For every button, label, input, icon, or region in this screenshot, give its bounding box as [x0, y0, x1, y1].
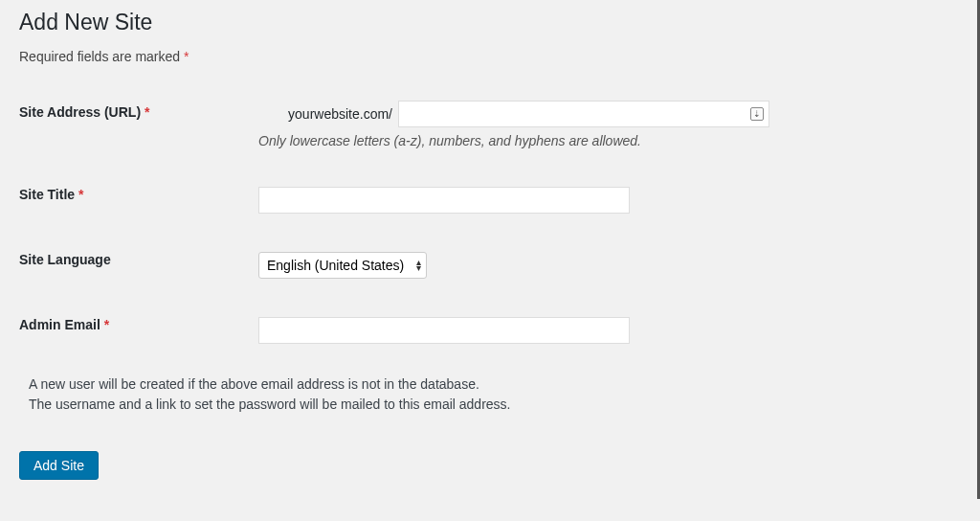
- site-address-row: Site Address (URL) * yourwebsite.com/ ⇣ …: [19, 89, 961, 160]
- required-fields-note: Required fields are marked *: [19, 49, 961, 64]
- site-title-input[interactable]: [258, 187, 630, 214]
- form-table: Site Address (URL) * yourwebsite.com/ ⇣ …: [19, 89, 961, 355]
- autofill-icon: ⇣: [750, 107, 764, 121]
- admin-email-row: Admin Email *: [19, 290, 961, 355]
- domain-prefix: yourwebsite.com/: [258, 106, 392, 122]
- page-title: Add New Site: [19, 10, 961, 35]
- email-note-line1: A new user will be created if the above …: [29, 374, 961, 395]
- add-new-site-page: Add New Site Required fields are marked …: [0, 0, 980, 499]
- email-note-line2: The username and a link to set the passw…: [29, 395, 961, 415]
- site-address-description: Only lowercase letters (a-z), numbers, a…: [258, 133, 951, 148]
- required-note-text: Required fields are marked: [19, 49, 184, 64]
- site-title-row: Site Title *: [19, 160, 961, 225]
- required-star: *: [184, 49, 189, 64]
- site-address-label: Site Address (URL) *: [19, 89, 258, 160]
- email-note: A new user will be created if the above …: [19, 374, 961, 415]
- site-language-select[interactable]: English (United States): [258, 252, 427, 279]
- admin-email-label: Admin Email *: [19, 290, 258, 355]
- add-site-button[interactable]: Add Site: [19, 451, 99, 480]
- site-language-row: Site Language English (United States) ▴▾: [19, 225, 961, 290]
- site-language-label: Site Language: [19, 225, 258, 290]
- site-title-label: Site Title *: [19, 160, 258, 225]
- admin-email-input[interactable]: [258, 317, 630, 344]
- site-address-input[interactable]: [398, 101, 769, 127]
